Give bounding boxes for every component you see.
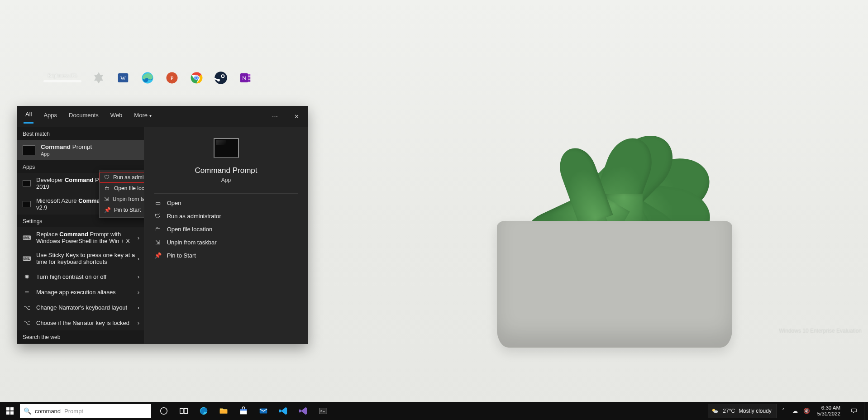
taskbar: 🔍 command Prompt 27°C Mostly cloudy ˄ ☁ … (0, 402, 868, 420)
cortana-icon[interactable] (154, 402, 174, 420)
close-icon[interactable]: ✕ (290, 110, 303, 123)
pin-icon: 📌 (104, 207, 110, 213)
narrator-icon: ⌥ (23, 319, 31, 327)
taskbar-search-input[interactable]: 🔍 command Prompt (20, 404, 151, 418)
vscode-icon[interactable] (273, 402, 293, 420)
activation-watermark: Windows 10 Enterprise Evaluation (779, 328, 862, 334)
mail-icon[interactable] (253, 402, 273, 420)
settings-result[interactable]: ⌨ Use Sticky Keys to press one key at a … (17, 248, 144, 269)
folder-icon: 🗀 (104, 185, 110, 191)
tab-more[interactable]: More▾ (132, 110, 153, 123)
task-view-icon[interactable] (174, 402, 194, 420)
desktop-dock: Brightness 0% W P N (43, 71, 253, 85)
tab-documents[interactable]: Documents (67, 110, 100, 123)
tab-all[interactable]: All (24, 109, 33, 124)
onedrive-tray-icon[interactable]: ☁ (790, 402, 800, 420)
brightness-bar[interactable] (43, 80, 81, 82)
unpin-icon: ⇲ (154, 239, 162, 246)
context-pin-start[interactable]: 📌 Pin to Start (100, 205, 144, 215)
store-icon[interactable] (234, 402, 253, 420)
list-icon: ≣ (23, 288, 31, 296)
start-button[interactable] (0, 402, 20, 420)
show-desktop-button[interactable] (864, 402, 867, 420)
best-match-title: Command Prompt (41, 143, 92, 150)
chevron-right-icon: › (138, 255, 139, 262)
result-label: Manage app execution aliases (36, 289, 116, 296)
weather-widget[interactable]: 27°C Mostly cloudy (708, 404, 777, 418)
best-match-result[interactable]: Command Prompt App (17, 140, 144, 160)
chevron-right-icon: › (138, 234, 139, 241)
tab-apps[interactable]: Apps (42, 110, 59, 123)
web-result[interactable]: 🔍 command - See web results › (17, 343, 144, 344)
shield-icon: 🛡 (104, 174, 110, 181)
result-label: Turn high contrast on or off (36, 273, 106, 280)
svg-rect-22 (6, 411, 10, 415)
weather-desc: Mostly cloudy (739, 408, 772, 414)
taskbar-clock[interactable]: 6:30 AM 5/31/2022 (814, 405, 844, 417)
svg-text:P: P (171, 75, 174, 81)
best-match-subtitle: App (41, 151, 92, 157)
chevron-right-icon: › (138, 273, 139, 280)
action-unpin-taskbar[interactable]: ⇲ Unpin from taskbar (153, 236, 299, 249)
chrome-icon[interactable] (189, 71, 204, 85)
more-options-icon[interactable]: ⋯ (268, 110, 281, 123)
command-prompt-icon (214, 138, 239, 158)
app-icon (23, 179, 31, 187)
svg-rect-21 (10, 407, 14, 410)
svg-rect-16 (248, 74, 250, 76)
svg-text:W: W (120, 75, 126, 81)
details-type: App (221, 177, 231, 183)
visual-studio-icon[interactable] (293, 402, 313, 420)
action-open[interactable]: ▭ Open (153, 196, 299, 210)
brightness-widget[interactable]: Brightness 0% (43, 73, 81, 82)
chevron-right-icon: › (138, 289, 139, 296)
svg-rect-32 (320, 408, 327, 414)
svg-rect-26 (184, 409, 187, 414)
narrator-icon: ⌥ (23, 303, 31, 311)
app-icon (23, 200, 31, 208)
start-search-panel: All Apps Documents Web More▾ ⋯ ✕ Best ma… (17, 106, 308, 344)
svg-rect-20 (6, 407, 10, 410)
settings-result[interactable]: ⌨ Replace Command Prompt with Windows Po… (17, 227, 144, 248)
open-icon: ▭ (154, 200, 162, 206)
settings-result[interactable]: ⌥ Change Narrator's keyboard layout › (17, 300, 144, 315)
action-center-icon[interactable] (846, 402, 862, 420)
powerpoint-icon[interactable]: P (165, 71, 179, 85)
edge-icon[interactable] (140, 71, 155, 85)
keyboard-icon: ⌨ (23, 254, 31, 262)
svg-point-24 (161, 408, 167, 415)
settings-result[interactable]: ✺ Turn high contrast on or off › (17, 269, 144, 284)
svg-rect-17 (248, 77, 250, 79)
context-run-as-admin[interactable]: 🛡 Run as administrator (100, 172, 144, 183)
system-tray: 27°C Mostly cloudy ˄ ☁ 🔇 6:30 AM 5/31/20… (708, 402, 868, 420)
contrast-icon: ✺ (23, 272, 31, 281)
settings-icon: ⌨ (23, 234, 31, 242)
result-label: Replace Command Prompt with Windows Powe… (36, 231, 138, 244)
file-explorer-icon[interactable] (214, 402, 234, 420)
settings-result[interactable]: ≣ Manage app execution aliases › (17, 284, 144, 300)
context-open-location[interactable]: 🗀 Open file location (100, 183, 144, 194)
context-unpin-taskbar[interactable]: ⇲ Unpin from taskbar (100, 194, 144, 205)
details-title: Command Prompt (195, 166, 258, 175)
folder-icon: 🗀 (154, 226, 162, 233)
chevron-right-icon: › (138, 320, 139, 326)
action-open-location[interactable]: 🗀 Open file location (153, 223, 299, 236)
svg-rect-25 (180, 409, 183, 414)
clock-time: 6:30 AM (817, 405, 840, 411)
action-pin-start[interactable]: 📌 Pin to Start (153, 249, 299, 262)
word-icon[interactable]: W (116, 71, 130, 85)
edge-taskbar-icon[interactable] (194, 402, 214, 420)
terminal-icon[interactable] (313, 402, 333, 420)
volume-muted-icon[interactable]: 🔇 (802, 402, 812, 420)
settings-result[interactable]: ⌥ Choose if the Narrator key is locked › (17, 315, 144, 330)
svg-text:N: N (242, 75, 246, 81)
chevron-right-icon: › (138, 304, 139, 311)
shield-icon: 🛡 (154, 213, 162, 220)
svg-rect-18 (248, 80, 250, 82)
recycle-bin-icon[interactable] (91, 71, 106, 85)
onenote-icon[interactable]: N (238, 71, 253, 85)
steam-icon[interactable] (214, 71, 228, 85)
tab-web[interactable]: Web (109, 110, 124, 123)
tray-overflow-icon[interactable]: ˄ (778, 402, 788, 420)
action-run-admin[interactable]: 🛡 Run as administrator (153, 210, 299, 223)
